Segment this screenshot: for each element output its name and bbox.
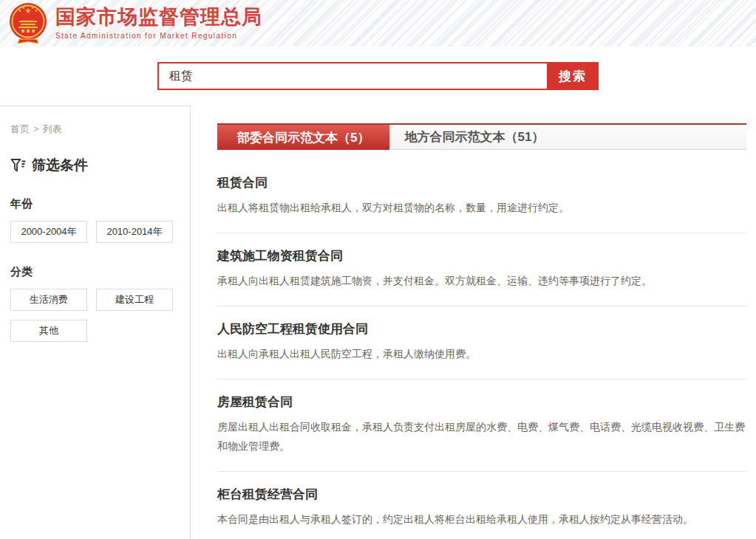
search-section: 搜索 (0, 47, 756, 106)
breadcrumb-home-link[interactable]: 首页 (10, 123, 30, 134)
filter-group-category: 生活消费 建设工程 其他 (10, 289, 174, 342)
content: 首页>列表 筛选条件 年份 2000-2004年 2010-2014年 分类 生… (0, 106, 756, 539)
filter-option-other[interactable]: 其他 (10, 320, 87, 342)
site-subtitle: State Administration for Market Regulati… (55, 32, 262, 40)
result-description: 房屋出租人出租合同收取租金，承租人负责支付出租房屋的水费、电费、煤气费、电话费、… (217, 417, 746, 456)
national-emblem-logo-icon[interactable]: ★ ★ ★ ★ ★ (9, 2, 47, 44)
tab-bar: 部委合同示范文本（5） 地方合同示范文本（51） (217, 123, 746, 150)
results-list: 租赁合同 出租人将租赁物出租给承租人，双方对租赁物的名称，数量，用途进行约定。 … (217, 150, 746, 539)
result-title-link[interactable]: 人民防空工程租赁使用合同 (217, 322, 746, 337)
filter-option-2010-2014[interactable]: 2010-2014年 (96, 221, 173, 243)
filter-group-label-category: 分类 (10, 265, 175, 279)
search-input[interactable] (159, 63, 547, 89)
result-item: 柜台租赁经营合同 本合同是由出租人与承租人签订的，约定出租人将柜台出租给承租人使… (217, 472, 746, 539)
page: ★ ★ ★ ★ ★ 国家市场监督管理总局 State Administratio… (0, 0, 756, 539)
result-description: 出租人向承租人出租人民防空工程，承租人缴纳使用费。 (217, 344, 746, 363)
search-box: 搜索 (157, 62, 599, 90)
result-item: 房屋租赁合同 房屋出租人出租合同收取租金，承租人负责支付出租房屋的水费、电费、煤… (217, 380, 746, 472)
breadcrumb-current: 列表 (43, 123, 62, 134)
filter-group-year: 2000-2004年 2010-2014年 (10, 221, 174, 243)
svg-text:★: ★ (35, 8, 38, 13)
filter-heading-label: 筛选条件 (32, 156, 88, 175)
result-description: 本合同是由出租人与承租人签订的，约定出租人将柜台出租给承租人使用，承租人按约定从… (217, 509, 746, 529)
result-title-link[interactable]: 建筑施工物资租赁合同 (217, 249, 746, 264)
site-header: ★ ★ ★ ★ ★ 国家市场监督管理总局 State Administratio… (0, 0, 756, 47)
breadcrumb: 首页>列表 (10, 123, 175, 136)
result-description: 出租人将租赁物出租给承租人，双方对租赁物的名称，数量，用途进行约定。 (217, 198, 746, 217)
filter-option-2000-2004[interactable]: 2000-2004年 (10, 221, 87, 243)
filter-option-life-consumption[interactable]: 生活消费 (10, 289, 87, 311)
svg-text:★: ★ (22, 5, 26, 10)
header-titles: 国家市场监督管理总局 State Administration for Mark… (55, 7, 262, 40)
result-item: 建筑施工物资租赁合同 承租人向出租人租赁建筑施工物资，并支付租金。双方就租金、运… (217, 233, 746, 306)
tab-local-contracts[interactable]: 地方合同示范文本（51） (389, 125, 559, 149)
search-button[interactable]: 搜索 (547, 62, 599, 90)
filter-option-construction[interactable]: 建设工程 (96, 289, 173, 311)
result-description: 承租人向出租人租赁建筑施工物资，并支付租金。双方就租金、运输、违约等事项进行了约… (217, 271, 746, 290)
filter-heading: 筛选条件 (10, 156, 175, 175)
search-bar: 搜索 (157, 47, 756, 90)
sidebar: 首页>列表 筛选条件 年份 2000-2004年 2010-2014年 分类 生… (0, 106, 191, 539)
tab-ministry-contracts[interactable]: 部委合同示范文本（5） (217, 123, 389, 150)
main-content: 部委合同示范文本（5） 地方合同示范文本（51） 租赁合同 出租人将租赁物出租给… (191, 106, 756, 539)
site-title: 国家市场监督管理总局 (55, 7, 262, 29)
funnel-filter-icon (10, 158, 26, 173)
result-item: 人民防空工程租赁使用合同 出租人向承租人出租人民防空工程，承租人缴纳使用费。 (217, 306, 746, 380)
filter-group-label-year: 年份 (10, 197, 175, 211)
breadcrumb-separator: > (33, 123, 39, 134)
result-title-link[interactable]: 房屋租赁合同 (217, 395, 746, 410)
result-title-link[interactable]: 柜台租赁经营合同 (217, 487, 746, 502)
result-title-link[interactable]: 租赁合同 (217, 176, 746, 190)
result-item: 租赁合同 出租人将租赁物出租给承租人，双方对租赁物的名称，数量，用途进行约定。 (217, 160, 746, 233)
